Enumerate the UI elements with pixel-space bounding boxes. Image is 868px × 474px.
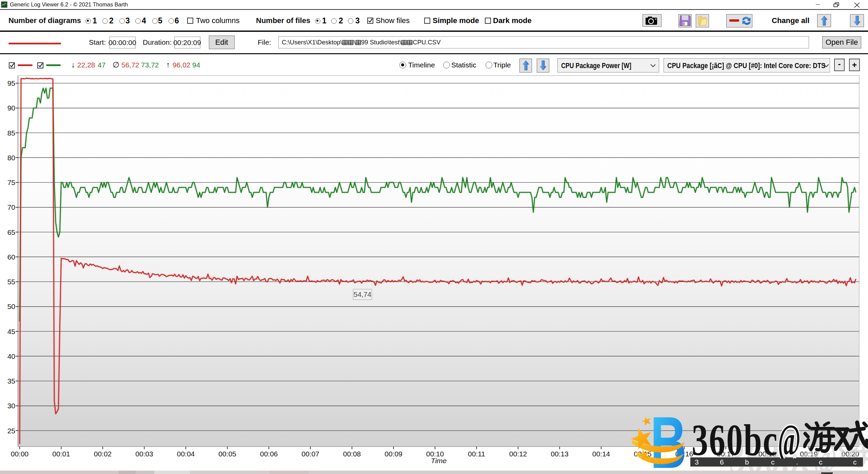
svg-text:00:12: 00:12 (509, 450, 527, 458)
svg-text:00:14: 00:14 (592, 450, 610, 458)
svg-text:35: 35 (7, 377, 15, 385)
svg-text:30: 30 (7, 402, 15, 410)
svg-text:B: B (650, 411, 687, 474)
svg-text:40: 40 (7, 352, 15, 360)
svg-text:85: 85 (7, 129, 15, 137)
svg-text:25: 25 (7, 427, 15, 435)
svg-text:90: 90 (7, 104, 15, 112)
svg-text:00:09: 00:09 (384, 450, 402, 458)
svg-text:00:08: 00:08 (343, 450, 361, 458)
svg-text:00:02: 00:02 (94, 450, 112, 458)
svg-text:00:01: 00:01 (52, 450, 70, 458)
svg-text:45: 45 (7, 328, 15, 335)
svg-text:75: 75 (7, 179, 15, 186)
svg-text:00:11: 00:11 (468, 450, 485, 458)
svg-text:00:13: 00:13 (551, 450, 569, 458)
svg-text:00:00: 00:00 (11, 450, 29, 458)
svg-text:00:06: 00:06 (260, 450, 278, 458)
svg-text:50: 50 (7, 303, 15, 310)
svg-text:70: 70 (7, 203, 15, 211)
svg-text:65: 65 (7, 228, 15, 236)
svg-text:55: 55 (7, 278, 15, 286)
svg-text:00:03: 00:03 (135, 450, 153, 458)
svg-text:00:05: 00:05 (218, 450, 236, 458)
svg-text:95: 95 (7, 79, 15, 87)
svg-text:80: 80 (7, 154, 15, 162)
svg-text:Time: Time (431, 457, 447, 465)
svg-text:60: 60 (7, 253, 15, 261)
svg-text:00:07: 00:07 (301, 450, 319, 458)
svg-text:00:04: 00:04 (177, 450, 195, 458)
